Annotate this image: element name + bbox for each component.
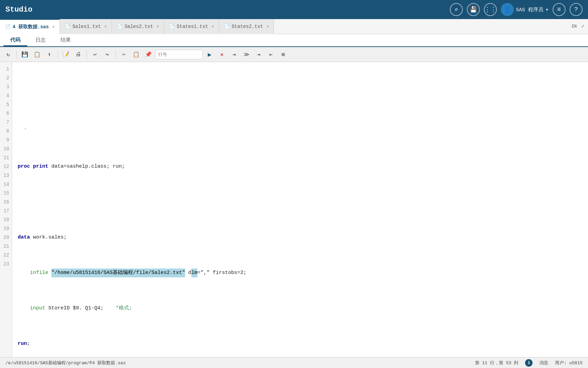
line-num-13: 13	[0, 171, 12, 180]
tab-sas-file[interactable]: 📄 4 获取数据.sas ✕	[0, 19, 60, 34]
tab-log[interactable]: 日志	[29, 35, 52, 46]
save-as-button[interactable]: 📋	[32, 49, 43, 60]
paste-button[interactable]: 📌	[143, 49, 154, 60]
chevron-down-icon: ▾	[545, 6, 549, 13]
line-num-11: 11	[0, 153, 12, 162]
undo-button[interactable]: ↩	[89, 49, 100, 60]
outdent-button[interactable]: ⇤	[265, 49, 276, 60]
upload-button[interactable]: ⬆	[44, 49, 55, 60]
toolbar-sep-2	[58, 50, 58, 59]
line-num-2: 2	[0, 74, 12, 82]
status-bar: /e/u58151416/SAS基础编程/program/P4 获取数据.sas…	[0, 357, 588, 368]
tab-states2-close[interactable]: ✕	[266, 24, 269, 29]
tab-sas-label: 4 获取数据.sas	[13, 24, 49, 30]
save-button[interactable]: 💾	[19, 49, 30, 60]
code-line-6: infile "/home/u58151416/SAS基础编程/file/Sal…	[18, 269, 583, 277]
grid-icon[interactable]: ⋮⋮	[484, 3, 497, 16]
line-num-8: 8	[0, 127, 12, 136]
new-button[interactable]: 📝	[61, 49, 71, 60]
line-num-3: 3	[0, 82, 12, 91]
tab-states1-label: States1.txt	[177, 24, 208, 29]
code-line-3: proc print data=sashelp.class; run;	[18, 162, 583, 171]
title-bar: Studio ⌕ 💾 ⋮⋮ 👤 SAS 程序员 ▾ ≡ ?	[0, 0, 588, 19]
code-line-8: run;	[18, 339, 583, 348]
code-line-1	[18, 91, 583, 100]
copy-button[interactable]: 📋	[131, 49, 142, 60]
code-line-5: data work.sales;	[18, 233, 583, 242]
message-label: 消息	[539, 360, 548, 366]
expand-icon[interactable]: ⤢	[581, 24, 585, 29]
status-right: 第 11 行，第 53 列 i 消息 用户: u5815	[475, 359, 583, 367]
tab-sales1-label: Sales1.txt	[72, 24, 101, 29]
editor-area: 1 2 3 4 5 6 7 8 9 10 11 12 13 14 15 16 1…	[0, 62, 588, 368]
line-num-12: 12	[0, 162, 12, 171]
tab-bar-right: EN ⤢	[572, 24, 588, 29]
line-num-4: 4	[0, 91, 12, 100]
run-button[interactable]: ▶	[204, 49, 215, 60]
redo-button[interactable]: ↪	[102, 49, 113, 60]
tab-states2-label: States2.txt	[232, 24, 263, 29]
tab-sales1-close[interactable]: ✕	[104, 24, 107, 29]
line-num-16: 16	[0, 198, 12, 206]
tab-states2[interactable]: 📄 States2.txt ✕	[219, 19, 274, 34]
line-num-5: 5	[0, 100, 12, 109]
tab-sas-close[interactable]: ✕	[52, 24, 54, 29]
settings-icon[interactable]: ≡	[553, 3, 566, 16]
tab-sales2-icon: 📄	[117, 24, 122, 29]
tab-sas-icon: 📄	[5, 24, 11, 30]
user-menu[interactable]: 👤 SAS 程序员 ▾	[501, 3, 549, 16]
line-num-20: 20	[0, 233, 12, 242]
code-editor[interactable]: ´ proc print data=sashelp.class; run; da…	[12, 62, 588, 368]
toolbar-sep-3	[86, 50, 87, 59]
user-status-label: 用户: u5815	[555, 360, 583, 366]
format-button[interactable]: ⊞	[278, 49, 289, 60]
tab-sales1-icon: 📄	[65, 24, 70, 29]
row-number-input[interactable]	[155, 50, 203, 59]
help-icon[interactable]: ?	[570, 3, 583, 16]
search-icon[interactable]: ⌕	[450, 3, 463, 16]
line-num-10: 10	[0, 144, 12, 153]
toolbar-sep-4	[115, 50, 116, 59]
print-button[interactable]: 🖨	[73, 49, 84, 60]
tab-sales1[interactable]: 📄 Sales1.txt ✕	[60, 19, 112, 34]
filepath-label: /e/u58151416/SAS基础编程/program/P4 获取数据.sas	[5, 360, 126, 366]
code-line-4	[18, 198, 583, 206]
scissors-button[interactable]: ✂	[118, 49, 129, 60]
tab-states2-icon: 📄	[224, 24, 230, 29]
tab-states1[interactable]: 📄 States1.txt ✕	[164, 19, 219, 34]
tab-states1-close[interactable]: ✕	[212, 24, 214, 29]
info-icon[interactable]: i	[525, 359, 533, 367]
toolbar: ↻ 💾 📋 ⬆ 📝 🖨 ↩ ↪ ✂ 📋 📌 ▶ ✕ ⇥ ≫ ⇥ ⇤ ⊞	[0, 47, 588, 62]
stop-button[interactable]: ✕	[216, 49, 227, 60]
indent-button[interactable]: ⇥	[253, 49, 264, 60]
tab-code[interactable]: 代码	[3, 35, 27, 46]
toolbar-sep-1	[16, 50, 17, 59]
tab-sales2[interactable]: 📄 Sales2.txt ✕	[112, 19, 164, 34]
user-avatar: 👤	[501, 3, 514, 16]
line-num-17: 17	[0, 206, 12, 215]
line-num-23: 23	[0, 260, 12, 269]
line-num-9: 9	[0, 136, 12, 144]
save-icon[interactable]: 💾	[467, 3, 480, 16]
position-label: 第 11 行，第 53 列	[475, 360, 518, 366]
code-line-7: input StoreID $9. Q1-Q4; *格式;	[18, 304, 583, 313]
app-title: Studio	[5, 5, 32, 14]
tab-result[interactable]: 结果	[54, 35, 78, 46]
tab-states1-icon: 📄	[169, 24, 175, 29]
submit-button[interactable]: ≫	[241, 49, 252, 60]
title-bar-actions: ⌕ 💾 ⋮⋮ 👤 SAS 程序员 ▾ ≡ ?	[450, 3, 583, 16]
line-num-19: 19	[0, 224, 12, 233]
tab-sales2-close[interactable]: ✕	[157, 24, 159, 29]
user-label: SAS 程序员	[516, 6, 543, 13]
tab-sales2-label: Sales2.txt	[125, 24, 153, 29]
line-num-21: 21	[0, 242, 12, 251]
line-num-15: 15	[0, 189, 12, 198]
sub-tab-bar: 代码 日志 结果	[0, 34, 588, 47]
line-num-14: 14	[0, 180, 12, 189]
refresh-button[interactable]: ↻	[3, 49, 14, 60]
language-selector[interactable]: EN	[572, 24, 576, 29]
tab-bar: 📄 4 获取数据.sas ✕ 📄 Sales1.txt ✕ 📄 Sales2.t…	[0, 19, 588, 34]
line-numbers: 1 2 3 4 5 6 7 8 9 10 11 12 13 14 15 16 1…	[0, 62, 12, 368]
step-run-button[interactable]: ⇥	[229, 49, 240, 60]
line-num-7: 7	[0, 118, 12, 127]
